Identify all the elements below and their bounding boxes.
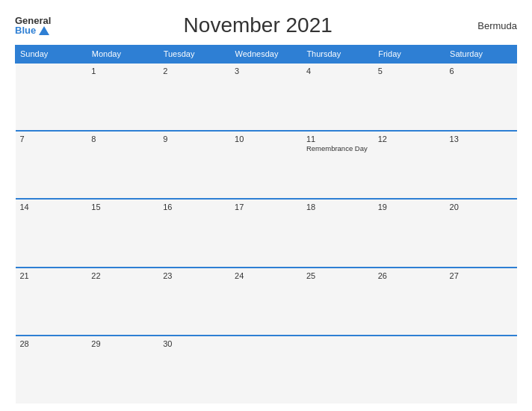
day-number: 22 [91,271,154,280]
day-event: Remembrance Day [306,144,369,152]
calendar-day-cell: 28 [16,336,87,404]
col-wednesday: Wednesday [230,46,302,64]
day-number: 27 [450,271,513,280]
calendar-day-cell: 9 [158,131,230,199]
calendar-week-row: 123456 [16,63,517,131]
header: General Blue November 2021 Bermuda [15,13,517,37]
day-number: 23 [163,271,226,280]
calendar-week-row: 282930 [16,336,517,404]
calendar-day-cell [230,336,302,404]
day-number: 9 [163,135,226,143]
calendar-day-cell: 17 [230,199,302,267]
day-number: 2 [163,67,226,75]
calendar-day-cell: 1 [87,63,158,131]
calendar-day-cell: 4 [302,63,374,131]
calendar-week-row: 14151617181920 [16,199,517,267]
calendar-day-cell: 12 [374,131,445,199]
calendar-day-cell: 18 [302,199,374,267]
calendar-day-cell: 23 [158,268,230,336]
day-number: 18 [306,203,369,211]
col-thursday: Thursday [302,46,374,64]
calendar-day-cell: 14 [16,199,87,267]
col-monday: Monday [87,46,158,64]
calendar-day-cell: 22 [87,268,158,336]
calendar-day-cell: 5 [374,63,445,131]
calendar-day-cell: 8 [87,131,158,199]
calendar-day-cell: 13 [445,131,517,199]
calendar-day-cell: 20 [445,199,517,267]
logo: General Blue [15,16,51,35]
day-number: 1 [91,67,154,75]
calendar-day-cell: 24 [230,268,302,336]
calendar-day-cell: 29 [87,336,158,404]
calendar-week-row: 7891011Remembrance Day1213 [16,131,517,199]
calendar-page: General Blue November 2021 Bermuda Sunda… [0,0,532,411]
day-number: 6 [450,67,513,75]
day-number: 14 [20,203,83,211]
calendar-day-cell: 15 [87,199,158,267]
calendar-day-cell: 21 [16,268,87,336]
day-number: 25 [306,271,369,280]
logo-blue-container: Blue [15,25,51,35]
col-sunday: Sunday [16,46,87,64]
day-number: 30 [163,339,226,348]
calendar-day-cell: 30 [158,336,230,404]
calendar-day-cell [16,63,87,131]
calendar-day-cell: 7 [16,131,87,199]
calendar-day-cell: 26 [374,268,445,336]
calendar-day-cell: 27 [445,268,517,336]
region-label: Bermuda [465,20,517,31]
day-number: 7 [20,135,83,143]
calendar-day-cell [302,336,374,404]
day-number: 17 [235,203,297,211]
day-number: 29 [91,339,154,348]
calendar-day-cell [374,336,445,404]
calendar-day-cell: 6 [445,63,517,131]
day-number: 13 [450,135,513,143]
day-number: 8 [91,135,154,143]
logo-triangle-icon [39,26,49,35]
day-number: 20 [450,203,513,211]
day-number: 4 [306,67,369,75]
day-number: 24 [235,271,297,280]
day-number: 5 [378,67,441,75]
day-number: 16 [163,203,226,211]
calendar-table: Sunday Monday Tuesday Wednesday Thursday… [15,45,517,404]
day-number: 26 [378,271,441,280]
col-tuesday: Tuesday [158,46,230,64]
day-number: 19 [378,203,441,211]
day-number: 3 [235,67,297,75]
calendar-day-cell: 11Remembrance Day [302,131,374,199]
col-saturday: Saturday [445,46,517,64]
calendar-day-cell: 10 [230,131,302,199]
day-number: 15 [91,203,154,211]
calendar-day-cell: 16 [158,199,230,267]
day-number: 21 [20,271,83,280]
calendar-header-row: Sunday Monday Tuesday Wednesday Thursday… [16,46,517,64]
day-number: 10 [235,135,297,143]
calendar-day-cell: 2 [158,63,230,131]
calendar-title: November 2021 [51,13,465,37]
calendar-day-cell: 25 [302,268,374,336]
logo-blue-text: Blue [15,25,36,35]
day-number: 11 [306,135,369,143]
calendar-week-row: 21222324252627 [16,268,517,336]
day-number: 28 [20,339,83,348]
calendar-day-cell: 19 [374,199,445,267]
calendar-day-cell: 3 [230,63,302,131]
col-friday: Friday [374,46,445,64]
day-number: 12 [378,135,441,143]
calendar-day-cell [445,336,517,404]
